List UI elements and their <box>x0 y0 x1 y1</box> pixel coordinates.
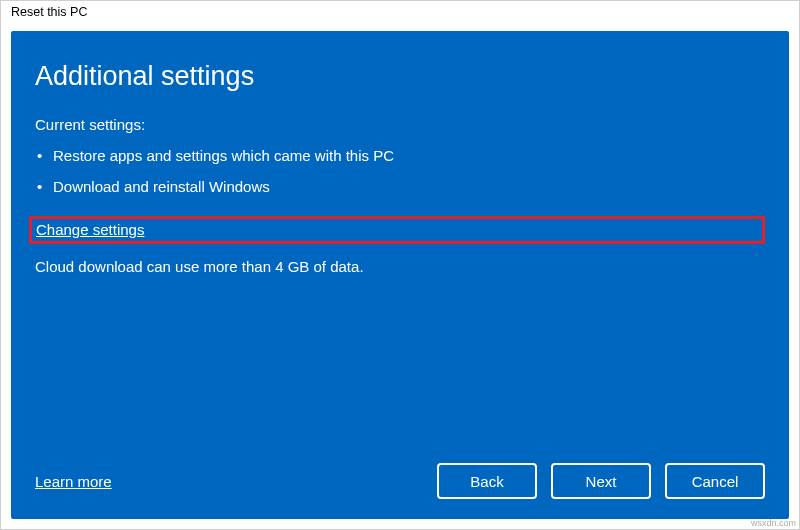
footer-bar: Learn more Back Next Cancel <box>35 443 765 499</box>
change-settings-link[interactable]: Change settings <box>36 221 144 238</box>
window-title: Reset this PC <box>11 5 87 19</box>
current-settings-list: Restore apps and settings which came wit… <box>35 141 765 202</box>
change-settings-highlight: Change settings <box>29 216 765 244</box>
next-button[interactable]: Next <box>551 463 651 499</box>
list-item: Restore apps and settings which came wit… <box>35 141 765 172</box>
button-row: Back Next Cancel <box>437 463 765 499</box>
watermark-text: wsxdn.com <box>751 518 796 528</box>
current-settings-label: Current settings: <box>35 116 765 133</box>
learn-more-link[interactable]: Learn more <box>35 473 112 490</box>
list-item: Download and reinstall Windows <box>35 172 765 203</box>
back-button[interactable]: Back <box>437 463 537 499</box>
reset-pc-window: Reset this PC Additional settings Curren… <box>0 0 800 530</box>
cancel-button[interactable]: Cancel <box>665 463 765 499</box>
window-title-bar: Reset this PC <box>1 1 799 29</box>
content-pane: Additional settings Current settings: Re… <box>11 31 789 519</box>
page-heading: Additional settings <box>35 61 765 92</box>
cloud-download-note: Cloud download can use more than 4 GB of… <box>35 258 765 275</box>
